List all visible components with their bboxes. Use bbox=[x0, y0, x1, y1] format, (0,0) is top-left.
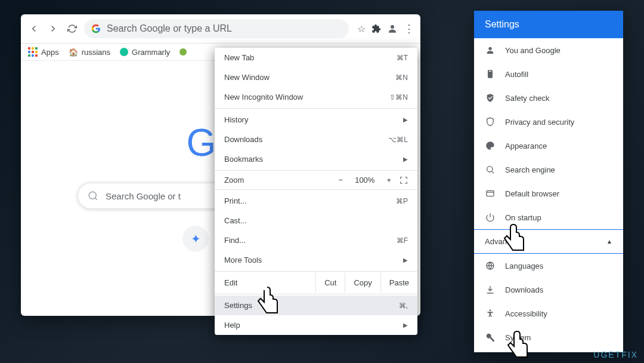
back-button[interactable] bbox=[27, 21, 41, 36]
chevron-up-icon: ▲ bbox=[606, 238, 612, 245]
address-bar[interactable]: Search Google or type a URL bbox=[84, 19, 349, 38]
omnibox-placeholder: Search Google or type a URL bbox=[107, 23, 232, 34]
profile-icon[interactable] bbox=[387, 23, 398, 34]
accessibility-icon bbox=[485, 309, 496, 318]
menu-separator bbox=[215, 108, 417, 109]
menu-cast[interactable]: Cast... bbox=[215, 211, 417, 230]
globe-icon bbox=[485, 261, 496, 270]
settings-autofill[interactable]: Autofill bbox=[474, 62, 623, 86]
chrome-main-menu: New Tab⌘T New Window⌘N New Incognito Win… bbox=[215, 48, 417, 335]
settings-startup[interactable]: On startup bbox=[474, 205, 623, 229]
menu-zoom: Zoom − 100% + bbox=[215, 172, 417, 188]
grammarly-icon bbox=[120, 48, 128, 56]
settings-panel: Settings You and Google Autofill Safety … bbox=[474, 11, 623, 352]
menu-separator bbox=[215, 294, 417, 294]
chevron-right-icon: ▶ bbox=[403, 116, 408, 123]
reload-button[interactable] bbox=[65, 21, 79, 36]
edit-paste[interactable]: Paste bbox=[380, 273, 417, 293]
menu-new-incognito[interactable]: New Incognito Window⇧⌘N bbox=[215, 87, 417, 107]
forward-button[interactable] bbox=[46, 21, 60, 36]
search-icon bbox=[88, 190, 98, 201]
extensions-icon[interactable] bbox=[371, 24, 381, 33]
settings-accessibility[interactable]: Accessibility bbox=[474, 302, 623, 325]
bookmark-label: Apps bbox=[41, 48, 59, 57]
watermark: UGETFIX bbox=[593, 350, 638, 359]
house-icon: 🏠 bbox=[69, 48, 78, 57]
settings-you-google[interactable]: You and Google bbox=[474, 38, 623, 62]
bookmark-russians[interactable]: 🏠russians bbox=[69, 48, 110, 57]
zoom-value: 100% bbox=[351, 176, 378, 184]
settings-title: Settings bbox=[474, 11, 623, 38]
power-icon bbox=[485, 213, 496, 222]
zoom-in-button[interactable]: + bbox=[386, 176, 391, 184]
menu-print[interactable]: Print...⌘P bbox=[215, 191, 417, 211]
download-icon bbox=[485, 285, 496, 294]
search-placeholder: Search Google or t bbox=[106, 191, 181, 201]
settings-system[interactable]: System bbox=[474, 325, 623, 349]
toolbar-actions: ☆ ⋮ bbox=[354, 22, 414, 35]
settings-safety[interactable]: Safety check bbox=[474, 86, 623, 110]
menu-separator bbox=[215, 170, 417, 171]
google-g-icon bbox=[91, 24, 101, 33]
person-icon bbox=[485, 45, 496, 55]
menu-separator bbox=[215, 271, 417, 272]
browser-toolbar: Search Google or type a URL ☆ ⋮ bbox=[21, 14, 420, 44]
zoom-out-button[interactable]: − bbox=[339, 176, 343, 184]
svg-rect-4 bbox=[487, 190, 494, 196]
menu-new-window[interactable]: New Window⌘N bbox=[215, 67, 417, 87]
chevron-right-icon: ▶ bbox=[403, 257, 408, 263]
settings-privacy[interactable]: Privacy and security bbox=[474, 110, 623, 134]
menu-settings[interactable]: Settings⌘, bbox=[215, 296, 417, 315]
svg-point-6 bbox=[490, 309, 491, 311]
edit-cut[interactable]: Cut bbox=[315, 273, 345, 293]
svg-point-0 bbox=[391, 25, 394, 29]
settings-appearance[interactable]: Appearance bbox=[474, 134, 623, 158]
search-icon bbox=[485, 165, 496, 174]
fullscreen-icon[interactable] bbox=[400, 176, 408, 184]
shield-icon bbox=[485, 117, 496, 127]
menu-bookmarks[interactable]: Bookmarks▶ bbox=[215, 149, 417, 169]
menu-more-tools[interactable]: More Tools▶ bbox=[215, 250, 417, 270]
menu-separator bbox=[215, 189, 417, 190]
chevron-right-icon: ▶ bbox=[403, 156, 408, 162]
settings-default-browser[interactable]: Default browser bbox=[474, 182, 623, 205]
edit-copy[interactable]: Copy bbox=[345, 273, 380, 293]
bookmark-label: russians bbox=[82, 48, 110, 57]
svg-point-2 bbox=[488, 47, 491, 50]
settings-advanced[interactable]: Advanced▲ bbox=[474, 229, 623, 254]
menu-help[interactable]: Help▶ bbox=[215, 315, 417, 335]
wrench-icon bbox=[485, 333, 496, 342]
menu-new-tab[interactable]: New Tab⌘T bbox=[215, 48, 417, 67]
settings-downloads[interactable]: Downloads bbox=[474, 278, 623, 302]
svg-point-3 bbox=[487, 167, 493, 172]
browser-icon bbox=[485, 189, 496, 198]
apps-grid-icon bbox=[28, 47, 38, 57]
bookmark-dot[interactable] bbox=[179, 48, 187, 56]
shortcut-tile[interactable]: ✦ bbox=[182, 226, 209, 252]
apps-bookmark[interactable]: Apps bbox=[28, 47, 59, 57]
star-icon[interactable]: ☆ bbox=[357, 23, 366, 35]
palette-icon bbox=[485, 141, 496, 150]
menu-edit: Edit Cut Copy Paste bbox=[215, 273, 417, 293]
clipboard-icon bbox=[485, 69, 496, 79]
chevron-right-icon: ▶ bbox=[403, 322, 408, 328]
settings-search-engine[interactable]: Search engine bbox=[474, 158, 623, 182]
settings-languages[interactable]: Languages bbox=[474, 254, 623, 278]
bookmark-label: Grammarly bbox=[132, 48, 170, 57]
menu-icon[interactable]: ⋮ bbox=[404, 22, 414, 35]
menu-downloads[interactable]: Downloads⌥⌘L bbox=[215, 130, 417, 149]
bookmark-grammarly[interactable]: Grammarly bbox=[120, 48, 170, 57]
shield-check-icon bbox=[485, 93, 496, 103]
menu-history[interactable]: History▶ bbox=[215, 110, 417, 130]
menu-find[interactable]: Find...⌘F bbox=[215, 230, 417, 250]
svg-point-1 bbox=[89, 192, 96, 199]
